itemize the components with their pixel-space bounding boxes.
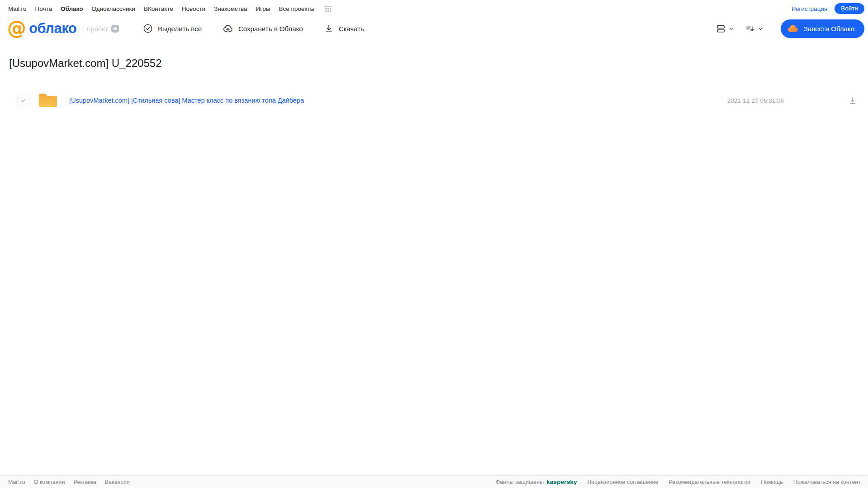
- download-icon: [324, 24, 334, 33]
- portal-link-pochta[interactable]: Почта: [35, 5, 52, 12]
- project-label: проект: [87, 25, 108, 33]
- footer: Mail.ru О компании Реклама Вакансии Файл…: [0, 475, 868, 488]
- apps-grid-icon[interactable]: [325, 5, 332, 12]
- portal-links: Mail.ru Почта Облако Одноклассники ВКонт…: [8, 5, 332, 12]
- file-date: 2021-12-27 06:31:06: [727, 97, 784, 104]
- sort-icon: [745, 24, 755, 34]
- mailru-at-icon: @: [7, 20, 26, 37]
- download-button[interactable]: Скачать: [324, 24, 364, 33]
- project-divider: |: [82, 25, 84, 33]
- download-icon: [848, 96, 857, 105]
- footer-link-reklama[interactable]: Реклама: [73, 479, 96, 485]
- cloud-toolbar: @ облако | проект vk Выделить все Сох: [0, 15, 868, 42]
- sort-dropdown[interactable]: [745, 24, 764, 34]
- get-cloud-label: Завести Облако: [804, 25, 854, 33]
- footer-link-recommend-tech[interactable]: Рекомендательные технологии: [669, 479, 750, 485]
- portal-nav: Mail.ru Почта Облако Одноклассники ВКонт…: [0, 0, 868, 15]
- chevron-down-icon: [758, 26, 764, 32]
- portal-link-oblako[interactable]: Облако: [61, 5, 83, 12]
- row-download-button[interactable]: [848, 96, 857, 105]
- portal-link-odnoklassniki[interactable]: Одноклассники: [91, 5, 135, 12]
- check-circle-icon: [143, 24, 153, 33]
- select-all-label: Выделить все: [158, 25, 202, 33]
- portal-link-znakomstva[interactable]: Знакомства: [214, 5, 247, 12]
- file-list: [UsupovMarket.com] [Стильная сова] Масте…: [9, 89, 868, 112]
- footer-link-mailru[interactable]: Mail.ru: [8, 479, 25, 485]
- main-content: [UsupovMarket.com] U_220552 [UsupovM: [0, 57, 868, 112]
- footer-link-license[interactable]: Лицензионное соглашение: [588, 479, 659, 485]
- portal-link-mailru[interactable]: Mail.ru: [8, 5, 27, 12]
- save-to-cloud-label: Сохранить в Облако: [238, 25, 303, 33]
- toolbar-right: Завести Облако: [716, 19, 864, 38]
- footer-links-left: Mail.ru О компании Реклама Вакансии: [8, 479, 130, 485]
- login-button[interactable]: Войти: [835, 3, 864, 14]
- registration-link[interactable]: Регистрация: [792, 5, 827, 12]
- cloud-color-icon: [787, 23, 799, 35]
- toolbar-actions: Выделить все Сохранить в Облако Скачать: [143, 23, 364, 34]
- folder-icon: [38, 92, 58, 109]
- kaspersky-protected: Файлы защищены kaspersky: [496, 479, 577, 485]
- cloud-logo-text: облако: [29, 20, 76, 37]
- vk-badge-icon: vk: [111, 25, 119, 33]
- row-checkbox[interactable]: [17, 94, 30, 107]
- get-cloud-button[interactable]: Завести Облако: [781, 19, 864, 38]
- page-title: [UsupovMarket.com] U_220552: [9, 57, 868, 70]
- portal-link-novosti[interactable]: Новости: [182, 5, 205, 12]
- portal-auth: Регистрация Войти: [792, 3, 864, 14]
- portal-link-vkontakte[interactable]: ВКонтакте: [144, 5, 173, 12]
- portal-link-igry[interactable]: Игры: [256, 5, 270, 12]
- footer-link-report-content[interactable]: Пожаловаться на контент: [793, 479, 861, 485]
- kaspersky-logo: kaspersky: [546, 479, 577, 485]
- protected-label: Файлы защищены: [496, 479, 544, 485]
- view-mode-dropdown[interactable]: [716, 24, 734, 34]
- footer-link-vakansii[interactable]: Вакансии: [105, 479, 130, 485]
- list-view-icon: [716, 24, 726, 34]
- cloud-upload-icon: [223, 23, 233, 34]
- chevron-down-icon: [728, 26, 734, 32]
- file-row[interactable]: [UsupovMarket.com] [Стильная сова] Масте…: [9, 89, 868, 112]
- download-label: Скачать: [339, 25, 364, 33]
- footer-links-right: Файлы защищены kaspersky Лицензионное со…: [496, 479, 861, 485]
- footer-link-o-kompanii[interactable]: О компании: [34, 479, 65, 485]
- save-to-cloud-button[interactable]: Сохранить в Облако: [223, 23, 303, 34]
- check-icon: [20, 97, 27, 104]
- portal-link-vse-proekty[interactable]: Все проекты: [279, 5, 314, 12]
- project-tag: | проект vk: [82, 25, 119, 33]
- file-name-link[interactable]: [UsupovMarket.com] [Стильная сова] Масте…: [69, 97, 304, 104]
- select-all-button[interactable]: Выделить все: [143, 24, 202, 33]
- cloud-logo[interactable]: @ облако | проект vk: [7, 20, 143, 37]
- footer-link-help[interactable]: Помощь: [761, 479, 783, 485]
